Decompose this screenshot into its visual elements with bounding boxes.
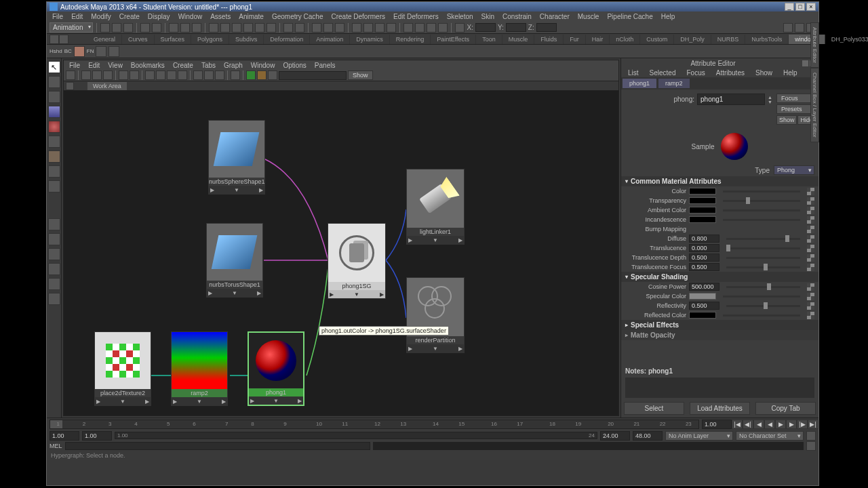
incand-swatch[interactable] — [689, 216, 716, 223]
hs-grid2-icon[interactable] — [130, 70, 139, 80]
hs-tbB-icon[interactable] — [246, 70, 256, 80]
menu-create-deformers[interactable]: Create Deformers — [328, 12, 389, 21]
lock-icon[interactable] — [427, 23, 436, 33]
layout-persp-icon[interactable] — [48, 248, 60, 260]
shelf-btn-brush-icon[interactable] — [74, 46, 85, 57]
redo-icon[interactable] — [152, 23, 161, 33]
minimize-button[interactable]: _ — [785, 3, 794, 11]
snap-curve-icon[interactable] — [220, 23, 230, 33]
input-port-icon[interactable]: ▶ — [408, 237, 412, 243]
hs-menu-file[interactable]: File — [65, 61, 84, 70]
hs-remove-icon[interactable] — [215, 70, 224, 80]
ae-menu-help[interactable]: Help — [779, 68, 802, 77]
notes-textarea[interactable] — [625, 378, 814, 398]
node-phong1sg[interactable]: phong1SG ▶▼▶ — [328, 223, 386, 299]
shelf-tab-hair[interactable]: Hair — [586, 35, 610, 44]
sidebar-toggle-2-icon[interactable] — [795, 23, 804, 33]
ae-menu-list[interactable]: List — [624, 68, 643, 77]
hs-out-icon[interactable] — [156, 70, 165, 80]
hs-tbD-icon[interactable] — [268, 70, 277, 80]
shelf-tab-general[interactable]: General — [87, 35, 122, 44]
soft-mod-icon[interactable] — [48, 165, 60, 178]
char-set-dropdown[interactable]: No Character Set — [736, 431, 804, 441]
history-off-icon[interactable] — [295, 23, 304, 33]
ae-tab-ramp2[interactable]: ramp2 — [658, 79, 690, 88]
menu-edit-deformers[interactable]: Edit Deformers — [389, 12, 443, 21]
node-name-input[interactable] — [697, 94, 765, 105]
range-start-in[interactable] — [82, 431, 112, 441]
mid-port-icon[interactable]: ▼ — [232, 290, 237, 296]
shelf-tab-rendering[interactable]: Rendering — [390, 35, 431, 44]
node-phong1[interactable]: phong1 ▶▼▶ — [248, 331, 304, 406]
hs-grid1-icon[interactable] — [119, 70, 128, 80]
input-port-icon[interactable]: ▶ — [210, 187, 214, 193]
shelf-tab-animation[interactable]: Animation — [310, 35, 350, 44]
save-scene-icon[interactable] — [123, 23, 133, 33]
menu-file[interactable]: File — [48, 12, 67, 21]
hs-rearrange-icon[interactable] — [193, 70, 203, 80]
mid-port-icon[interactable]: ▼ — [354, 291, 359, 298]
input-port-icon[interactable]: ▶ — [208, 290, 212, 296]
node-renderpartition[interactable]: renderPartition ▶▼▶ — [406, 277, 465, 353]
layout-side-icon[interactable] — [48, 278, 60, 290]
shelf-btn-script-icon[interactable] — [96, 46, 106, 57]
cosine-slider[interactable] — [726, 286, 800, 288]
incand-slider[interactable] — [723, 219, 800, 221]
play-forward-icon[interactable]: ▶ — [775, 420, 786, 429]
transl-focus-slider[interactable] — [726, 266, 800, 268]
sidebar-toggle-1-icon[interactable] — [783, 23, 793, 33]
maximize-button[interactable]: □ — [795, 3, 805, 11]
hs-add-icon[interactable] — [204, 70, 214, 80]
construction-icon[interactable] — [455, 23, 465, 33]
render-settings-icon[interactable] — [335, 23, 344, 33]
side-tab-channel-box[interactable]: Channel Box / Layer Editor — [810, 68, 819, 142]
color-slider[interactable] — [723, 190, 800, 192]
ae-tab-phong1[interactable]: phong1 — [623, 79, 656, 88]
render-icon[interactable] — [312, 23, 321, 33]
range-end-in[interactable] — [600, 431, 630, 441]
current-frame-input[interactable] — [702, 420, 732, 429]
node-ramp2[interactable]: ramp2 ▶▼▶ — [171, 331, 228, 406]
command-input[interactable] — [65, 442, 370, 450]
rotate-tool-icon[interactable] — [48, 121, 60, 133]
scale-tool-icon[interactable] — [48, 136, 60, 148]
snap-grid-icon[interactable] — [209, 23, 218, 33]
color-map-button[interactable] — [807, 188, 814, 195]
hs-toggle-icon[interactable] — [66, 70, 75, 80]
hs-in-icon[interactable] — [145, 70, 155, 80]
hs-view1-icon[interactable] — [81, 70, 91, 80]
name-scroll-down-icon[interactable]: ▼ — [768, 100, 772, 104]
copy-tab-button[interactable]: Copy Tab — [755, 402, 816, 415]
menu-constrain[interactable]: Constrain — [498, 12, 536, 21]
section-specular[interactable]: Specular Shading — [621, 272, 818, 282]
hs-view3-icon[interactable] — [103, 70, 113, 80]
hs-tbA-icon[interactable] — [231, 70, 240, 80]
hs-tabbar-icon[interactable] — [66, 82, 74, 90]
layout-icon[interactable] — [352, 23, 361, 33]
menu-character[interactable]: Character — [536, 12, 574, 21]
transparency-slider[interactable] — [723, 200, 800, 202]
select-button[interactable]: Select — [624, 402, 684, 415]
select-component-icon[interactable] — [192, 23, 201, 33]
name-scroll-up-icon[interactable]: ▲ — [768, 95, 772, 100]
menu-create[interactable]: Create — [115, 12, 144, 21]
transl-depth-map-button[interactable] — [807, 254, 814, 262]
node-place2dtexture[interactable]: place2dTexture2 ▶▼▶ — [94, 331, 151, 406]
shelf-tab-toon[interactable]: Toon — [476, 35, 502, 44]
shelf-menu-icon[interactable] — [59, 35, 68, 44]
mid-port-icon[interactable]: ▼ — [433, 237, 438, 243]
output-port-icon[interactable]: ▶ — [298, 398, 302, 404]
type-dropdown[interactable]: Phong — [774, 165, 814, 175]
spec-color-swatch[interactable] — [689, 293, 716, 300]
cosine-map-button[interactable] — [807, 283, 814, 291]
range-end-out[interactable] — [633, 431, 663, 441]
node-nurbs-sphere[interactable]: nurbsSphereShape1 ▶▼▶ — [208, 120, 265, 195]
shelf-tab-windows[interactable]: windows — [789, 35, 825, 44]
undo-icon[interactable] — [140, 23, 150, 33]
menu-set-dropdown[interactable]: Animation — [50, 22, 93, 33]
bump-map-button[interactable] — [807, 226, 814, 233]
hs-menu-options[interactable]: Options — [279, 61, 310, 70]
transl-focus-map-button[interactable] — [807, 264, 814, 271]
color-swatch[interactable] — [689, 188, 716, 195]
section-common-material[interactable]: Common Material Attributes — [621, 176, 818, 186]
